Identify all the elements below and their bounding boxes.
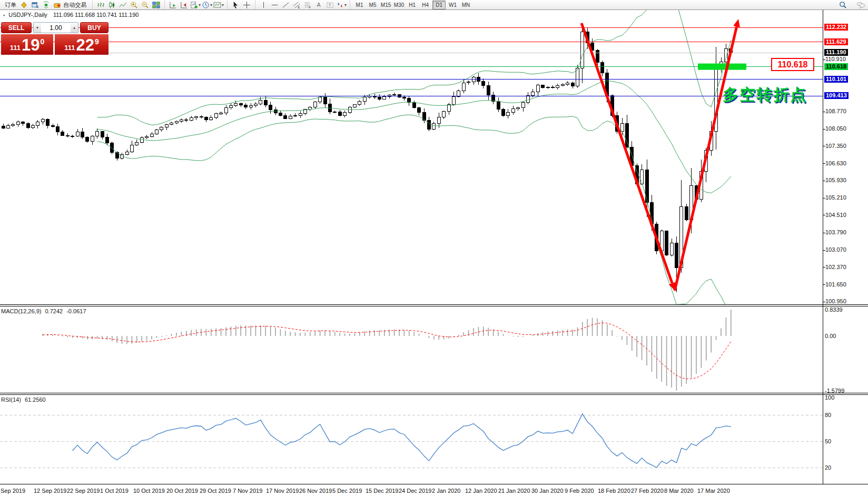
- new-order-button[interactable]: 订单: [3, 1, 18, 9]
- timeframe-button-MN[interactable]: MN: [460, 1, 472, 9]
- timeframe-button-H4[interactable]: H4: [419, 1, 431, 9]
- autotrading-label: 自动交易: [62, 1, 88, 9]
- buy-price-big: 22: [76, 37, 94, 53]
- price-tick-label: 103.790: [825, 229, 846, 235]
- date-label: 24 Dec 2019: [399, 488, 431, 494]
- date-label: 7 Nov 2019: [233, 488, 262, 494]
- date-label: 10 Oct 2019: [133, 488, 165, 494]
- chat-icon[interactable]: [856, 1, 866, 9]
- auto-scroll-icon[interactable]: [168, 1, 178, 9]
- rsi-axis-label: 20: [825, 464, 831, 471]
- horizontal-line-icon[interactable]: [270, 1, 280, 9]
- rsi-axis-label: 80: [825, 412, 831, 418]
- volume-input[interactable]: [41, 23, 71, 33]
- candlestick-chart-icon[interactable]: [107, 1, 117, 9]
- volume-increase-button[interactable]: ▲: [71, 23, 78, 33]
- new-order-label: 订单: [3, 1, 18, 9]
- date-label: 29 Oct 2019: [200, 488, 231, 494]
- price-level-label: 110.618: [824, 63, 848, 70]
- chevron-down-icon: ▾: [210, 3, 212, 7]
- signal-icon[interactable]: [41, 1, 51, 9]
- price-tick-label: 105.210: [825, 194, 846, 201]
- cursor-icon[interactable]: [231, 1, 241, 9]
- sell-button[interactable]: SELL: [1, 22, 32, 33]
- timeframe-button-M1[interactable]: M1: [353, 1, 366, 9]
- date-label: 1 Oct 2019: [100, 488, 129, 494]
- buy-button[interactable]: BUY: [80, 22, 108, 33]
- fibonacci-icon[interactable]: F: [303, 1, 313, 9]
- buy-price-display[interactable]: 111 22 9: [55, 34, 108, 55]
- chevron-down-icon: ▾: [199, 3, 201, 7]
- price-tick-label: 104.510: [825, 212, 846, 218]
- price-level-label: 111.190: [824, 49, 848, 56]
- autotrading-button[interactable]: 自动交易: [52, 1, 89, 9]
- volume-decrease-button[interactable]: ▼: [34, 23, 41, 33]
- arrows-tool-icon[interactable]: ▾: [336, 1, 347, 9]
- date-label: 8 Mar 2020: [664, 488, 694, 494]
- svg-text:A: A: [317, 2, 321, 8]
- date-label: 18 Feb 2020: [598, 488, 630, 494]
- date-label: 27 Feb 2020: [631, 488, 664, 494]
- timeframe-button-H1[interactable]: H1: [406, 1, 418, 9]
- symbol-ohlc: 111.096 111.668 110.741 111.190: [53, 12, 139, 18]
- date-label: 17 Mar 2020: [697, 488, 730, 494]
- date-label: 26 Nov 2019: [299, 488, 332, 494]
- turning-point-text: 多空转折点: [723, 84, 807, 106]
- text-label-icon[interactable]: T: [325, 1, 335, 9]
- chevron-down-icon: ▾: [344, 3, 347, 7]
- highlight-icon[interactable]: [19, 1, 29, 9]
- line-chart-icon[interactable]: [118, 1, 128, 9]
- chart-marker-icon: ▪: [3, 13, 5, 18]
- price-level-label: 109.413: [824, 92, 849, 99]
- chart-canvas[interactable]: [0, 0, 868, 496]
- sell-price-sup: 0: [40, 37, 44, 46]
- timeframe-button-M30[interactable]: M30: [393, 1, 405, 9]
- sell-price-big: 19: [22, 37, 40, 53]
- timeframe-button-M15[interactable]: M15: [380, 1, 392, 9]
- volume-stepper: ▼ ▲: [33, 22, 78, 33]
- sell-price-display[interactable]: 111 19 0: [1, 34, 53, 55]
- symbol-header: ▪ USDJPY-,Daily 111.096 111.668 110.741 …: [3, 12, 139, 18]
- date-label: 5 Dec 2019: [332, 488, 362, 494]
- equidistant-channel-icon[interactable]: E: [292, 1, 302, 9]
- buy-price-sup: 9: [95, 37, 99, 46]
- date-label: 12 Jan 2020: [465, 488, 497, 494]
- svg-text:T: T: [329, 3, 331, 7]
- timeframe-button-W1[interactable]: W1: [447, 1, 459, 9]
- trendline-icon[interactable]: [281, 1, 291, 9]
- add-indicator-icon[interactable]: ▾: [190, 1, 201, 9]
- vertical-line-icon[interactable]: [259, 1, 269, 9]
- template-icon[interactable]: ▾: [213, 1, 224, 9]
- price-tick-label: 106.630: [825, 160, 846, 166]
- date-label: Sep 2019: [1, 488, 25, 494]
- svg-text:E: E: [298, 6, 300, 9]
- rsi-axis-label: 50: [825, 438, 831, 444]
- price-tick-label: 103.070: [825, 246, 846, 253]
- price-level-label: 111.629: [824, 38, 848, 45]
- zoom-out-icon[interactable]: [140, 1, 150, 9]
- toolbar: 订单 自动交易: [0, 0, 868, 10]
- symbol-title: USDJPY-,Daily: [8, 12, 47, 18]
- bar-chart-icon[interactable]: [96, 1, 106, 9]
- sell-price-prefix: 111: [10, 44, 21, 52]
- text-icon[interactable]: A: [314, 1, 324, 9]
- crosshair-icon[interactable]: [242, 1, 252, 9]
- search-icon[interactable]: [838, 1, 848, 9]
- price-level-label: 110.101: [824, 76, 848, 83]
- macd-label: MACD(12,26,9) 0.7242 -0.0617: [1, 308, 86, 314]
- chart-shift-icon[interactable]: [179, 1, 189, 9]
- price-tick-label: 101.650: [825, 281, 846, 287]
- breakout-price-box: 110.618: [771, 58, 814, 71]
- timeframe-button-M5[interactable]: M5: [367, 1, 379, 9]
- price-level-label: 112.232: [824, 24, 848, 31]
- date-label: 22 Sep 2019: [67, 488, 100, 494]
- price-tick-label: 108.050: [825, 125, 846, 132]
- date-label: 21 Jan 2020: [498, 488, 530, 494]
- new-window-icon[interactable]: [30, 1, 40, 9]
- time-axis[interactable]: Sep 201912 Sep 201922 Sep 20191 Oct 2019…: [0, 485, 868, 496]
- periods-clock-icon[interactable]: ▾: [202, 1, 212, 9]
- timeframe-button-D1[interactable]: D1: [432, 1, 446, 9]
- tile-windows-icon[interactable]: [151, 1, 161, 9]
- price-tick-label: 105.930: [825, 177, 846, 183]
- zoom-in-icon[interactable]: [129, 1, 139, 9]
